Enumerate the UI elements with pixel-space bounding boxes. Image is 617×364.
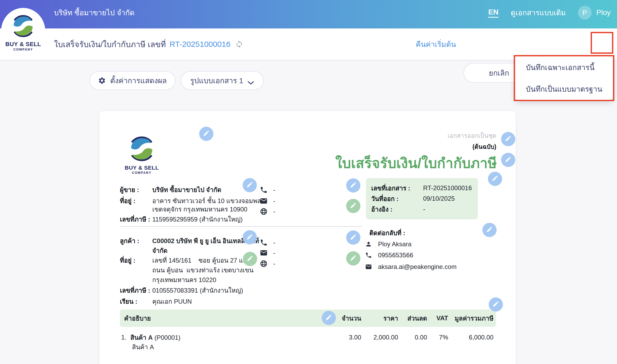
col-amount: มูลค่ารวมภาษี bbox=[455, 309, 493, 327]
document-logo: BUY & SELL COMPANY bbox=[125, 134, 159, 175]
view-original-link[interactable]: ดูเอกสารแบบเดิม bbox=[511, 7, 566, 18]
edit-customer-button[interactable] bbox=[243, 230, 257, 244]
pencil-icon bbox=[350, 234, 357, 242]
doc-number-label: เลขที่เอกสาร : bbox=[371, 183, 423, 193]
pencil-icon bbox=[325, 314, 332, 322]
customer-attn-label: เรียน : bbox=[120, 298, 137, 305]
refresh-icon[interactable] bbox=[235, 40, 243, 48]
edit-callback-contact-button[interactable] bbox=[482, 223, 497, 237]
buysell-logo-icon bbox=[126, 160, 157, 164]
company-name: บริษัท ซื้อมาขายไป จำกัด bbox=[54, 0, 135, 25]
brand-name: BUY & SELL bbox=[5, 41, 41, 48]
item-description: สินค้า A bbox=[132, 342, 154, 352]
edit-customer-address-button[interactable] bbox=[243, 252, 257, 266]
menu-item-save-this-doc[interactable]: บันทึกเฉพาะเอกสารนี้ bbox=[515, 57, 613, 78]
row-index: 1. bbox=[121, 334, 126, 341]
edit-description-column-button[interactable] bbox=[322, 311, 336, 325]
seller-name: บริษัท ซื้อมาขายไป จำกัด bbox=[152, 187, 221, 193]
phone-icon bbox=[260, 186, 268, 194]
section-divider bbox=[120, 226, 362, 227]
document-title: ใบเสร็จรับเงิน/ใบกำกับภาษี bbox=[335, 152, 497, 174]
doc-number-value: RT-20251000016 bbox=[423, 184, 472, 192]
col-qty: จำนวน bbox=[342, 309, 361, 327]
doc-info-box: เลขที่เอกสาร : RT-20251000016 วันที่ออก … bbox=[366, 178, 478, 219]
pencil-icon bbox=[492, 301, 499, 308]
row-item: สินค้า A (P00001) bbox=[130, 332, 180, 343]
edit-doc-title-button[interactable] bbox=[501, 153, 515, 167]
customer-attn-value: คุณเอก PUUN bbox=[152, 298, 192, 305]
doc-number-row: เลขที่เอกสาร : RT-20251000016 bbox=[371, 183, 478, 193]
edit-doc-badge-button[interactable] bbox=[501, 132, 515, 146]
pencil-icon bbox=[505, 156, 512, 164]
edit-customer-extra-button[interactable] bbox=[346, 251, 360, 265]
user-name: Ploy bbox=[596, 8, 611, 17]
seller-phone-value: - bbox=[273, 186, 275, 194]
doc-date-label: วันที่ออก : bbox=[371, 194, 423, 204]
contact-person: Ploy Aksara bbox=[378, 240, 412, 248]
edit-table-button[interactable] bbox=[489, 297, 503, 312]
doc-date-row: วันที่ออก : 09/10/2025 bbox=[371, 193, 478, 204]
pencil-icon bbox=[350, 254, 357, 262]
buysell-logo-icon bbox=[9, 13, 37, 40]
edit-customer-contact-button[interactable] bbox=[346, 230, 360, 245]
lang-toggle-en[interactable]: EN bbox=[488, 8, 498, 18]
item-discount: 0.00 bbox=[415, 334, 427, 341]
globe-icon bbox=[260, 260, 268, 268]
pencil-icon bbox=[486, 226, 493, 234]
item-qty: 3.00 bbox=[349, 334, 361, 341]
display-settings-button[interactable]: ตั้งค่าการแสดงผล bbox=[89, 71, 175, 90]
col-price: ราคา bbox=[383, 309, 398, 327]
item-amount: 6,000.00 bbox=[469, 334, 493, 341]
item-name: สินค้า A bbox=[130, 334, 153, 341]
col-vat: VAT bbox=[437, 309, 448, 327]
edit-doc-info-button[interactable] bbox=[488, 172, 502, 186]
doc-format-button[interactable]: รูปแบบเอกสาร 1 bbox=[181, 71, 264, 90]
col-discount: ส่วนลด bbox=[407, 309, 427, 327]
user-chip[interactable]: P Ploy bbox=[578, 6, 611, 19]
brand-subname: COMPANY bbox=[13, 48, 33, 51]
pencil-icon bbox=[505, 135, 512, 143]
col-description: คำอธิบาย bbox=[124, 309, 151, 327]
save-menu: บันทึกเฉพาะเอกสารนี้ บันทึกเป็นแบบมาตรฐา… bbox=[515, 56, 613, 100]
customer-name-line2: จำกัด bbox=[152, 248, 168, 254]
edit-seller-button[interactable] bbox=[243, 178, 257, 192]
user-avatar[interactable]: P bbox=[578, 6, 592, 19]
doc-title-prefix: ใบเสร็จรับเงิน/ใบกำกับภาษี เลขที่ bbox=[54, 38, 166, 51]
app-header: บริษัท ซื้อมาขายไป จำกัด EN ดูเอกสารแบบเ… bbox=[0, 0, 617, 28]
brand-subname: COMPANY bbox=[125, 171, 159, 175]
reset-defaults-link[interactable]: คืนค่าเริ่มต้น bbox=[416, 28, 456, 60]
seller-address-line2: เขตจตุจักร กรุงเทพมหานคร 10900 bbox=[152, 206, 247, 213]
customer-tax-label: เลขที่ภาษี : bbox=[120, 287, 150, 294]
customer-address-label: ที่อยู่ : bbox=[120, 257, 135, 264]
badge-document-set: เอกสารออกเป็นชุด bbox=[448, 131, 496, 140]
phone-icon bbox=[260, 239, 268, 247]
pencil-icon bbox=[247, 255, 253, 263]
seller-label: ผู้ขาย : bbox=[120, 187, 139, 193]
doc-ref-label: อ้างอิง : bbox=[371, 204, 423, 214]
toolbar: ใบเสร็จรับเงิน/ใบกำกับภาษี เลขที่ RT-202… bbox=[0, 28, 617, 60]
email-icon bbox=[260, 249, 268, 257]
customer-address-line1: เลขที่ 145/161 ซอย คู้บอน 27 แยก 7 bbox=[152, 257, 256, 264]
pencil-icon bbox=[492, 175, 498, 183]
header-right: EN ดูเอกสารแบบเดิม P Ploy bbox=[488, 0, 611, 25]
seller-tax-label: เลขที่ภาษี : bbox=[120, 216, 150, 223]
doc-format-label: รูปแบบเอกสาร 1 bbox=[190, 75, 243, 86]
edit-seller-contact-button[interactable] bbox=[346, 178, 360, 193]
menu-item-save-as-standard[interactable]: บันทึกเป็นแบบมาตรฐาน bbox=[515, 78, 613, 100]
page-title: ใบเสร็จรับเงิน/ใบกำกับภาษี เลขที่ RT-202… bbox=[54, 28, 243, 60]
badge-original: (ต้นฉบับ) bbox=[472, 142, 496, 151]
doc-ref-row: อ้างอิง : - bbox=[371, 204, 478, 214]
pencil-icon bbox=[350, 202, 357, 210]
person-icon bbox=[365, 241, 372, 248]
pencil-icon bbox=[350, 181, 357, 189]
phone-icon bbox=[365, 252, 372, 259]
customer-phone-value: - bbox=[273, 239, 275, 246]
edit-logo-button[interactable] bbox=[199, 127, 213, 141]
pencil-icon bbox=[203, 130, 210, 138]
callback-contact-title: ติดต่อกลับที่ : bbox=[369, 228, 405, 238]
email-icon bbox=[365, 263, 372, 270]
customer-tax-id: 0105557083391 (สำนักงานใหญ่) bbox=[152, 287, 243, 294]
edit-seller-extra-button[interactable] bbox=[346, 199, 360, 213]
contact-email: aksara.ai@peakengine.com bbox=[378, 263, 457, 270]
contact-phone: 0955653566 bbox=[378, 252, 413, 259]
